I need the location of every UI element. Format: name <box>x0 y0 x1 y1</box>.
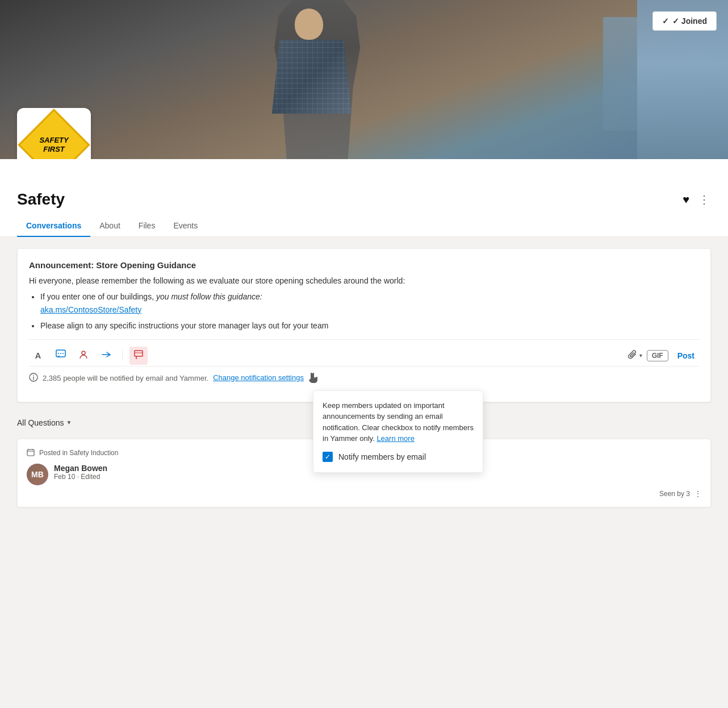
bullet1-italic: you must follow this guidance: <box>156 292 262 301</box>
post-location: Posted in Safety Induction <box>39 449 118 457</box>
info-icon <box>29 373 38 384</box>
announcement-list: If you enter one of our buildings, you m… <box>40 290 699 332</box>
filter-label: All Questions <box>17 418 64 427</box>
post-date: Feb 10 · Edited <box>54 473 701 481</box>
toolbar-separator <box>122 350 123 361</box>
post-button[interactable]: Post <box>673 351 699 360</box>
notification-text: 2,385 people will be notified by email a… <box>43 374 208 382</box>
notify-checkbox[interactable]: ✓ <box>323 452 333 462</box>
flag-button[interactable] <box>129 347 148 365</box>
svg-point-7 <box>33 375 34 376</box>
tab-about[interactable]: About <box>90 215 129 237</box>
forward-icon <box>101 349 111 362</box>
cursor-hand-icon <box>307 372 320 385</box>
check-icon: ✓ <box>325 452 330 462</box>
chevron-down-small: ▾ <box>639 352 642 359</box>
chat-icon <box>56 349 66 362</box>
chat-button[interactable] <box>52 347 70 365</box>
flag-icon <box>133 349 144 362</box>
bullet-2: Please align to any specific instruction… <box>40 319 699 332</box>
post-footer: Seen by 3 ⋮ <box>27 490 701 498</box>
svg-rect-5 <box>135 351 143 356</box>
main-content: Safety ♥ ⋮ Conversations About Files Eve… <box>0 159 728 237</box>
paperclip-icon <box>628 350 637 361</box>
toolbar-left: A <box>29 347 148 365</box>
announcement-title: Announcement: Store Opening Guidance <box>29 260 699 270</box>
post-more-icon[interactable]: ⋮ <box>694 490 701 498</box>
svg-point-1 <box>58 353 59 354</box>
composer-toolbar: A <box>29 339 699 365</box>
joined-label: ✓ Joined <box>672 16 707 26</box>
safety-diamond-shape: SAFETY FIRST <box>18 109 90 159</box>
seen-by: Seen by 3 <box>659 490 690 498</box>
tabs-bar: Conversations About Files Events <box>0 215 728 237</box>
avatar: MB <box>27 464 48 485</box>
hero-banner: SAFETY FIRST ✓ ✓ Joined <box>0 0 728 159</box>
notification-area: 2,385 people will be notified by email a… <box>29 366 699 390</box>
announcement-body: Hi everyone, please remember the followi… <box>29 274 699 332</box>
svg-point-3 <box>62 353 64 354</box>
group-title: Safety <box>17 190 65 209</box>
notification-bar: 2,385 people will be notified by email a… <box>29 366 699 390</box>
favorite-icon[interactable]: ♥ <box>683 193 689 206</box>
check-icon: ✓ <box>662 16 669 26</box>
announcement-link[interactable]: aka.ms/ContosoStore/Safety <box>40 305 141 314</box>
calendar-icon <box>27 448 35 458</box>
page-container: SAFETY FIRST ✓ ✓ Joined Safety ♥ ⋮ Conve… <box>0 0 728 519</box>
joined-button[interactable]: ✓ ✓ Joined <box>652 11 717 31</box>
person-button[interactable] <box>74 347 93 365</box>
svg-rect-8 <box>27 449 34 456</box>
announcement-intro: Hi everyone, please remember the followi… <box>29 276 405 285</box>
tab-events[interactable]: Events <box>164 215 207 237</box>
group-logo: SAFETY FIRST <box>17 108 91 159</box>
tab-files[interactable]: Files <box>129 215 165 237</box>
bullet1-text: If you enter one of our buildings, <box>40 292 156 301</box>
change-settings-area: Change notification settings <box>213 372 319 385</box>
chevron-down-icon: ▼ <box>66 419 72 426</box>
learn-more-link[interactable]: Learn more <box>376 434 414 443</box>
font-button[interactable]: A <box>29 347 47 365</box>
person-icon <box>78 349 89 362</box>
notify-label: Notify members by email <box>338 451 426 463</box>
notify-checkbox-row: ✓ Notify members by email <box>323 451 474 463</box>
bullet-1: If you enter one of our buildings, you m… <box>40 290 699 316</box>
svg-point-2 <box>60 353 61 354</box>
tooltip-popup: Keep members updated on important announ… <box>313 390 483 473</box>
gif-button[interactable]: GIF <box>647 350 668 361</box>
change-settings-link[interactable]: Change notification settings <box>213 373 304 382</box>
filter-dropdown[interactable]: All Questions ▼ <box>17 418 72 427</box>
feed-area: Announcement: Store Opening Guidance Hi … <box>0 237 728 519</box>
toolbar-right: ▾ GIF Post <box>628 350 699 361</box>
font-icon: A <box>35 351 41 360</box>
more-options-icon[interactable]: ⋮ <box>698 193 711 206</box>
safety-diamond-text: SAFETY FIRST <box>39 136 68 153</box>
tab-conversations[interactable]: Conversations <box>17 215 90 237</box>
forward-button[interactable] <box>97 347 115 365</box>
header-actions: ♥ ⋮ <box>683 193 711 206</box>
attach-button[interactable]: ▾ <box>628 350 642 361</box>
announcement-card: Announcement: Store Opening Guidance Hi … <box>17 248 711 402</box>
group-header: Safety ♥ ⋮ <box>0 159 728 209</box>
svg-point-4 <box>82 351 85 355</box>
